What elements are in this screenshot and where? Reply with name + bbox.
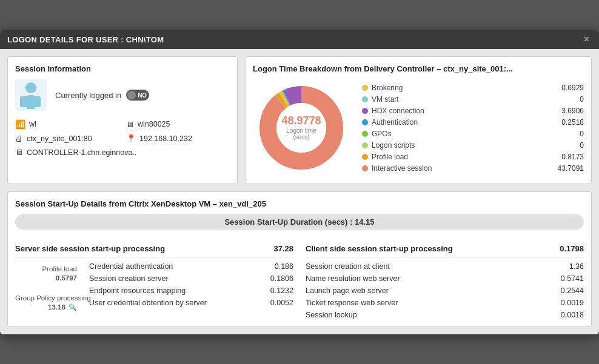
legend-item-logon-scripts: Logon scripts 0 (362, 141, 584, 150)
session-item-ip: 📍 192.168.10.232 (126, 134, 230, 143)
vmstart-name: VM start (372, 95, 576, 104)
session-wi-label: wi (29, 120, 36, 128)
server-total: 37.28 (273, 244, 293, 253)
logon-scripts-name: Logon scripts (372, 141, 576, 150)
hdx-val: 3.6906 (561, 107, 584, 115)
server-header: Server side session start-up processing … (15, 244, 293, 257)
server-section: Server side session start-up processing … (15, 244, 293, 319)
profile-load-val: 0.5797 (56, 274, 77, 282)
session-ip-label: 192.168.10.232 (139, 134, 192, 143)
session-controller-label: CONTROLLER-1.chn.eginnova.. (27, 148, 136, 157)
client-items: Session creation at client 1.36 Name res… (306, 262, 584, 319)
duration-label: Session Start-Up Duration (secs) : (224, 217, 352, 227)
svg-rect-1 (27, 107, 35, 109)
interactive-dot (362, 165, 368, 171)
auth-name: Authentication (372, 118, 558, 127)
session-site-label: ctx_ny_site_001:80 (27, 134, 92, 143)
vmstart-val: 0 (580, 95, 584, 104)
titlebar: LOGON DETAILS FOR USER : CHN\TOM × (0, 30, 599, 49)
logged-in-label: Currently logged in (55, 91, 121, 100)
close-button[interactable]: × (581, 33, 592, 45)
server-left-labels: Profile load0.5797 Group Policy processi… (15, 262, 82, 312)
legend-item-vmstart: VM start 0 (362, 95, 584, 104)
session-panel: Session Information (7, 56, 238, 184)
legend-item-hdx: HDX connection 3.6906 (362, 107, 584, 115)
profile-dot (362, 154, 368, 160)
location-icon: 📍 (126, 134, 136, 143)
monitor-icon: 🖥 (126, 120, 134, 129)
client-item-name-resolution: Name resolution web server 0.5741 (306, 274, 584, 283)
logon-panel: Logon Time Breakdown from Delivery Contr… (245, 56, 592, 184)
duration-bar: Session Start-Up Duration (secs) : 14.15 (15, 214, 584, 230)
client-item-session-creation: Session creation at client 1.36 (306, 262, 584, 271)
donut-value: 48.9778 (281, 115, 321, 127)
main-window: LOGON DETAILS FOR USER : CHN\TOM × Sessi… (0, 30, 599, 334)
hdx-dot (362, 108, 368, 114)
client-header: Client side session start-up processing … (306, 244, 584, 257)
search-icon[interactable]: 🔍 (69, 303, 77, 311)
toggle-label: NO (138, 92, 147, 99)
session-item-site: 🖨 ctx_ny_site_001:80 (15, 134, 119, 143)
legend: Brokering 0.6929 VM start 0 HDX connecti… (362, 84, 584, 173)
logged-in-section: Currently logged in NO (55, 90, 149, 101)
legend-item-brokering: Brokering 0.6929 (362, 84, 584, 92)
session-item-machine: 🖥 win80025 (126, 119, 230, 129)
top-row: Session Information (7, 56, 592, 184)
session-grid: 📶 wi 🖥 win80025 🖨 ctx_ny_site_001:80 📍 1… (15, 119, 230, 157)
server-items: Credential authentication 0.186 Session … (89, 262, 293, 312)
gpo-val: 13.18 (48, 303, 65, 311)
donut-section: 48.9778 Logon time(secs) Brokering 0.692… (253, 79, 584, 176)
logon-scripts-val: 0 (580, 141, 584, 150)
auth-dot (362, 119, 368, 125)
gpos-name: GPOs (372, 130, 576, 138)
logon-scripts-dot (362, 142, 368, 148)
session-machine-label: win80025 (138, 120, 170, 128)
server-rows: Profile load0.5797 Group Policy processi… (15, 262, 293, 312)
proc-item-user-cred: User credential obtention by server 0.00… (89, 299, 293, 307)
controller-icon: 🖥 (15, 148, 23, 157)
client-item-launch-page: Launch page web server 0.2544 (306, 286, 584, 295)
auth-val: 0.2518 (561, 118, 584, 127)
session-item-controller: 🖥 CONTROLLER-1.chn.eginnova.. (15, 148, 230, 157)
proc-item-session-creation: Session creation server 0.1806 (89, 274, 293, 283)
client-item-ticket-response: Ticket response web server 0.0019 (306, 299, 584, 307)
donut-sub: Logon time(secs) (281, 127, 321, 141)
session-header: Currently logged in NO (15, 79, 230, 111)
profile-name: Profile load (372, 153, 558, 161)
window-title: LOGON DETAILS FOR USER : CHN\TOM (7, 35, 164, 44)
legend-item-auth: Authentication 0.2518 (362, 118, 584, 127)
client-header-label: Client side session start-up processing (306, 244, 453, 253)
logon-panel-title: Logon Time Breakdown from Delivery Contr… (253, 64, 584, 73)
duration-value: 14.15 (355, 217, 375, 227)
avatar (15, 79, 47, 111)
startup-panel: Session Start-Up Details from Citrix Xen… (7, 191, 592, 327)
server-icon: 🖨 (15, 134, 23, 143)
vmstart-dot (362, 96, 368, 102)
donut-chart: 48.9778 Logon time(secs) (253, 79, 350, 176)
proc-item-cred-auth: Credential authentication 0.186 (89, 262, 293, 271)
startup-panel-title: Session Start-Up Details from Citrix Xen… (15, 199, 584, 208)
toggle-circle (127, 91, 136, 99)
session-item-wi: 📶 wi (15, 119, 119, 129)
gpo-label: Group Policy processing 13.18 🔍 (15, 294, 77, 312)
brokering-dot (362, 85, 368, 91)
wifi-icon: 📶 (15, 119, 25, 129)
svg-point-3 (24, 95, 38, 105)
client-item-session-lookup: Session lookup 0.0018 (306, 311, 584, 319)
svg-point-2 (25, 82, 36, 93)
profile-val: 0.8173 (561, 153, 584, 161)
profile-load-label: Profile load0.5797 (15, 265, 77, 283)
session-panel-title: Session Information (15, 64, 230, 73)
processing-table: Server side session start-up processing … (15, 244, 584, 319)
interactive-name: Interactive session (372, 164, 554, 173)
gpos-dot (362, 131, 368, 137)
client-section: Client side session start-up processing … (306, 244, 584, 319)
proc-item-endpoint: Endpoint resources mapping 0.1232 (89, 286, 293, 295)
brokering-val: 0.6929 (561, 84, 584, 92)
interactive-val: 43.7091 (558, 164, 584, 173)
legend-item-gpos: GPOs 0 (362, 130, 584, 138)
toggle[interactable]: NO (126, 90, 149, 101)
hdx-name: HDX connection (372, 107, 558, 115)
gpos-val: 0 (580, 130, 584, 138)
client-total: 0.1798 (560, 244, 584, 253)
